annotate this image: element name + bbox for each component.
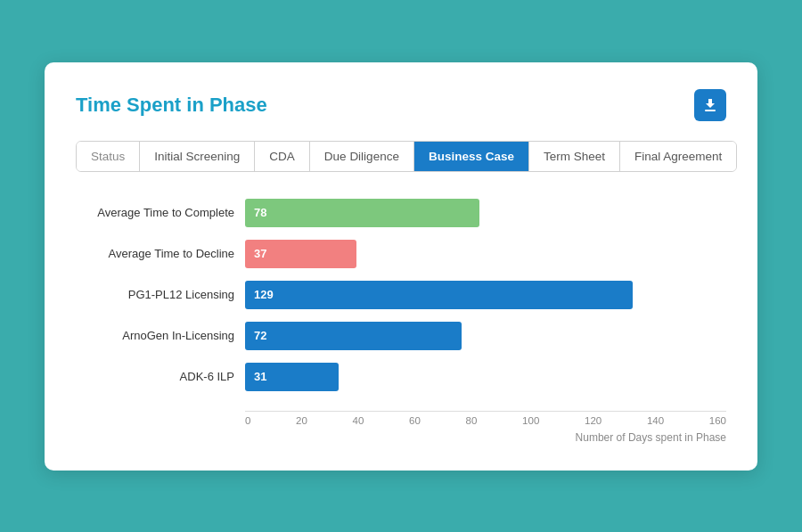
- x-tick: 80: [466, 415, 478, 426]
- x-tick: 140: [647, 415, 664, 426]
- x-tick: 120: [585, 415, 602, 426]
- tab-term-sheet[interactable]: Term Sheet: [529, 142, 620, 171]
- bar-container: 31: [245, 363, 726, 391]
- x-axis-ticks: 020406080100120140160: [245, 411, 726, 426]
- bar-label: ArnoGen In-Licensing: [76, 329, 245, 342]
- bar-label: ADK-6 ILP: [76, 370, 245, 383]
- tab-initial-screening[interactable]: Initial Screening: [140, 142, 255, 171]
- download-icon: [703, 98, 717, 112]
- bar-row: Average Time to Complete78: [76, 199, 726, 227]
- bar-row: PG1-PL12 Licensing129: [76, 281, 726, 309]
- download-button[interactable]: [694, 89, 726, 121]
- bar-label: Average Time to Decline: [76, 247, 245, 260]
- x-tick: 0: [245, 415, 250, 426]
- x-tick: 60: [409, 415, 421, 426]
- bar-label: Average Time to Complete: [76, 206, 245, 219]
- bar-row: Average Time to Decline37: [76, 240, 726, 268]
- tab-due-diligence[interactable]: Due Diligence: [310, 142, 414, 171]
- bar-row: ADK-6 ILP31: [76, 363, 726, 391]
- bar: 78: [245, 199, 479, 227]
- svg-rect-0: [705, 110, 716, 111]
- bar: 31: [245, 363, 339, 391]
- x-tick: 40: [353, 415, 364, 426]
- tab-bar: StatusInitial ScreeningCDADue DiligenceB…: [76, 141, 737, 172]
- tab-status: Status: [77, 142, 140, 171]
- bar-label: PG1-PL12 Licensing: [76, 288, 245, 301]
- bar: 72: [245, 322, 462, 350]
- bar-container: 129: [245, 281, 726, 309]
- bar: 129: [245, 281, 633, 309]
- bar: 37: [245, 240, 356, 268]
- bar-container: 72: [245, 322, 726, 350]
- bar-container: 78: [245, 199, 726, 227]
- bar-row: ArnoGen In-Licensing72: [76, 322, 726, 350]
- x-tick: 100: [522, 415, 539, 426]
- x-axis-label: Number of Days spent in Phase: [245, 431, 726, 444]
- chart-area: Average Time to Complete78Average Time t…: [76, 199, 726, 404]
- tab-final-agreement[interactable]: Final Agreement: [620, 142, 736, 171]
- card-header: Time Spent in Phase: [76, 89, 726, 121]
- x-tick: 20: [296, 415, 307, 426]
- tab-business-case[interactable]: Business Case: [414, 142, 529, 171]
- x-axis: 020406080100120140160: [245, 411, 726, 426]
- main-card: Time Spent in Phase StatusInitial Screen…: [45, 62, 757, 471]
- tab-cda[interactable]: CDA: [255, 142, 310, 171]
- bar-container: 37: [245, 240, 726, 268]
- page-title: Time Spent in Phase: [76, 94, 267, 117]
- x-tick: 160: [709, 415, 726, 426]
